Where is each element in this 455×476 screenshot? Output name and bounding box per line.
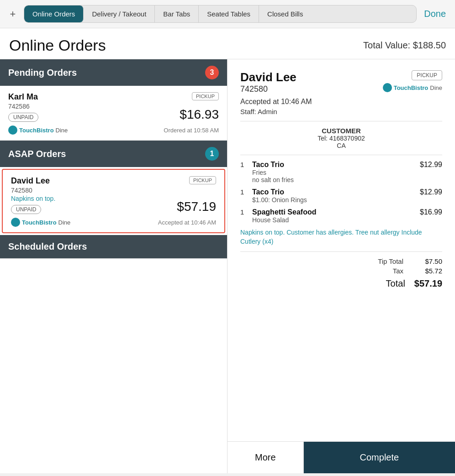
tab-bar-tabs[interactable]: Bar Tabs [155,5,199,22]
complete-button[interactable]: Complete [304,442,455,473]
tab-online-orders[interactable]: Online Orders [24,5,84,22]
action-buttons: More Complete [228,441,455,473]
tax-label: Tax [393,267,403,275]
touchbistro-logo-karl-ma: TouchBistro Dine [8,126,68,135]
order-name-karl-ma: Karl Ma [8,92,38,102]
pending-orders-title: Pending Orders [8,68,77,78]
receipt-tb-logo: TouchBistro Dine [383,83,442,92]
receipt-divider-3 [240,251,442,252]
item-modifier-3a: House Salad [252,216,415,224]
page-header: Online Orders Total Value: $188.50 [0,28,455,59]
tab-closed-bills[interactable]: Closed Bills [259,5,311,22]
unpaid-badge-karl-ma: UNPAID [8,113,38,122]
receipt-order-id: 742580 [240,84,296,94]
total-final-row: Total $57.19 [240,278,442,289]
receipt-header: David Lee 742580 PICKUP TouchBistro Dine [240,70,442,96]
tip-value: $7.50 [417,257,442,265]
tax-value: $5.72 [417,267,442,275]
order-amount-karl-ma: $16.93 [180,107,219,122]
item-name-2: Taco Trio [252,188,415,196]
customer-block: CUSTOMER Tel: 4168370902 CA [240,127,442,149]
tip-row: Tip Total $7.50 [240,257,442,265]
asap-orders-title: ASAP Orders [8,149,66,159]
scheduled-orders-title: Scheduled Orders [8,241,87,252]
asap-orders-badge: 1 [205,147,219,161]
order-amount-david-lee: $57.19 [177,199,216,214]
tb-icon-2 [11,218,20,227]
order-note-david-lee: Napkins on top. [11,195,55,202]
left-panel: Pending Orders 3 Karl Ma PICKUP 742586 U… [0,59,228,473]
asap-orders-section: ASAP Orders 1 [0,141,227,167]
tip-label: Tip Total [378,257,403,265]
order-id-david-lee: 742580 [11,187,55,194]
order-item-3: 1 Spaghetti Seafood House Salad $16.99 [240,208,442,224]
receipt-dine-text: Dine [430,84,442,91]
receipt-spacer [228,298,455,441]
item-qty-3: 1 [240,208,249,216]
customer-tel: Tel: 4168370902 [240,135,442,142]
item-note: Napkins on top. Customer has allergies. … [240,228,442,246]
right-panel: David Lee 742580 PICKUP TouchBistro Dine… [228,59,455,473]
unpaid-badge-david-lee: UNPAID [11,205,41,214]
receipt-staff: Staff: Admin [240,108,442,115]
tab-delivery-takeout[interactable]: Delivery / Takeout [84,5,155,22]
pickup-badge-karl-ma: PICKUP [192,92,219,100]
item-modifier-1b: no salt on fries [252,176,415,183]
item-details-1: Taco Trio Fries no salt on fries [252,161,415,183]
scheduled-orders-section: Scheduled Orders [0,235,227,258]
customer-country: CA [240,142,442,149]
done-button[interactable]: Done [420,9,450,19]
item-name-3: Spaghetti Seafood [252,208,415,216]
receipt-divider-1 [240,121,442,121]
item-name-1: Taco Trio [252,161,415,169]
add-button[interactable]: + [5,7,20,21]
order-card-david-lee[interactable]: David Lee PICKUP 742580 Napkins on top. … [2,169,225,233]
total-final-value: $57.19 [414,278,442,289]
tab-seated-tables[interactable]: Seated Tables [199,5,259,22]
receipt-tb-text: TouchBistro [394,84,429,91]
pickup-badge-david-lee: PICKUP [189,176,216,184]
order-card-karl-ma[interactable]: Karl Ma PICKUP 742586 UNPAID $16.93 Touc… [0,86,227,141]
item-price-1: $12.99 [415,161,442,169]
more-button[interactable]: More [228,442,304,473]
receipt-pickup-badge: PICKUP [412,70,442,80]
top-bar: + Online Orders Delivery / Takeout Bar T… [0,0,455,28]
receipt: David Lee 742580 PICKUP TouchBistro Dine… [228,59,455,298]
order-items: 1 Taco Trio Fries no salt on fries $12.9… [240,161,442,246]
totals-section: Tip Total $7.50 Tax $5.72 Total $57.19 [240,257,442,289]
receipt-divider-2 [240,155,442,155]
tb-icon [8,126,17,135]
order-item-2: 1 Taco Trio $1.00: Onion Rings $12.99 [240,188,442,204]
receipt-customer-name: David Lee [240,70,296,84]
main-content: Pending Orders 3 Karl Ma PICKUP 742586 U… [0,59,455,473]
left-panel-bottom [0,258,227,350]
total-final-label: Total [386,278,405,289]
pending-orders-badge: 3 [205,66,219,79]
item-modifier-2a: $1.00: Onion Rings [252,196,415,204]
item-qty-1: 1 [240,161,249,168]
total-value: Total Value: $188.50 [363,40,446,51]
order-name-david-lee: David Lee [11,176,50,186]
customer-label: CUSTOMER [240,127,442,135]
order-item-1: 1 Taco Trio Fries no salt on fries $12.9… [240,161,442,183]
item-price-3: $16.99 [415,208,442,216]
item-price-2: $12.99 [415,188,442,196]
item-qty-2: 1 [240,188,249,196]
page-title: Online Orders [9,37,106,54]
order-time-david-lee: Accepted at 10:46 AM [158,219,216,226]
order-id-karl-ma: 742586 [8,103,38,110]
item-modifier-1a: Fries [252,169,415,176]
pending-orders-section: Pending Orders 3 [0,59,227,86]
item-details-3: Spaghetti Seafood House Salad [252,208,415,224]
touchbistro-logo-david-lee: TouchBistro Dine [11,218,70,227]
receipt-accepted-time: Accepted at 10:46 AM [240,98,442,106]
order-time-karl-ma: Ordered at 10:58 AM [164,127,219,134]
item-details-2: Taco Trio $1.00: Onion Rings [252,188,415,204]
nav-tabs: Online Orders Delivery / Takeout Bar Tab… [24,5,417,23]
receipt-tb-icon [383,83,392,92]
tax-row: Tax $5.72 [240,267,442,275]
